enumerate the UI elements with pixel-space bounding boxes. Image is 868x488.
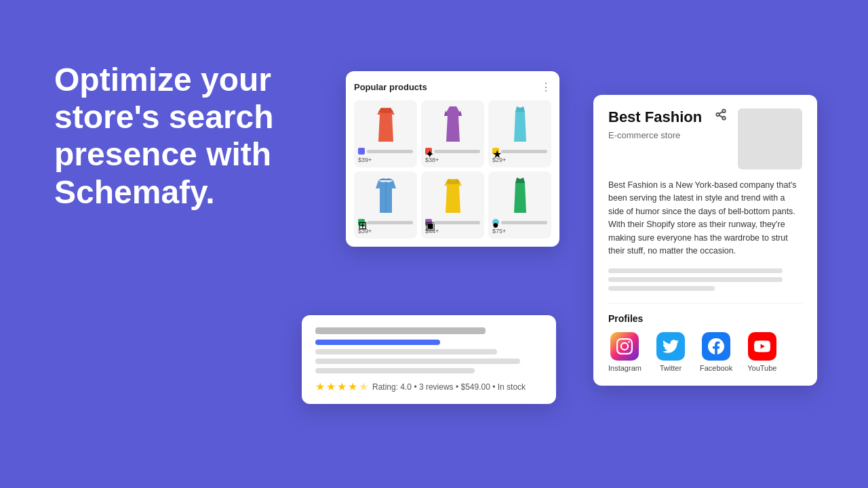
dress-icon: [506, 105, 534, 144]
product-bar: [501, 150, 547, 153]
reviews-count: 3 reviews: [419, 382, 454, 392]
product-bar: [367, 150, 413, 153]
product-color-dot: [358, 148, 365, 155]
search-text-line: [315, 349, 497, 354]
product-image: [370, 176, 401, 216]
business-name: Best Fashion: [608, 108, 702, 126]
youtube-svg: [754, 338, 770, 354]
product-price: $29+: [492, 157, 547, 163]
products-card-title: Popular products: [354, 82, 427, 92]
svg-line-3: [719, 115, 722, 117]
product-meta: ⊞ $39+: [357, 219, 414, 235]
extra-line: [608, 286, 715, 291]
business-type: E-commerce store: [608, 130, 727, 140]
product-bar: [434, 221, 480, 224]
extra-line: [608, 268, 783, 273]
star-3: ★: [337, 380, 347, 393]
dress-icon: [506, 176, 534, 216]
product-image: [505, 104, 536, 145]
profile-instagram[interactable]: Instagram: [608, 332, 642, 372]
search-text-line: [315, 368, 475, 373]
product-item[interactable]: ⊞ $39+: [354, 171, 417, 239]
facebook-icon: [702, 332, 730, 361]
product-meta: ▣ $44+: [424, 219, 481, 235]
product-color-dot: ✦: [425, 148, 432, 155]
product-item[interactable]: ▣ $44+: [421, 171, 484, 239]
product-price: $38+: [425, 157, 480, 163]
svg-line-4: [719, 112, 722, 114]
profile-twitter[interactable]: Twitter: [656, 332, 685, 372]
profiles-title: Profiles: [608, 313, 802, 324]
business-thumbnail: [738, 108, 802, 169]
extra-line: [608, 277, 783, 282]
product-image: [370, 104, 401, 145]
star-1: ★: [315, 380, 325, 393]
product-item[interactable]: ✦ $38+: [421, 100, 484, 167]
product-price: $75+: [492, 228, 547, 235]
product-bar: [501, 221, 547, 224]
product-meta: ● $75+: [491, 219, 549, 235]
products-card-menu-icon[interactable]: ⋮: [540, 81, 551, 94]
product-bar: [367, 221, 413, 224]
product-price: $39+: [358, 228, 413, 235]
youtube-label: YouTube: [747, 364, 776, 372]
instagram-svg: [616, 338, 633, 354]
twitter-label: Twitter: [660, 364, 682, 372]
star-5-half: ★: [359, 380, 368, 393]
profiles-section: Profiles Instagram Twitter: [608, 303, 802, 372]
business-header: Best Fashion: [608, 108, 727, 126]
dress-icon: [372, 105, 400, 144]
business-extra-lines: [608, 268, 802, 291]
product-image: [437, 176, 469, 216]
product-item[interactable]: $39+: [354, 100, 417, 167]
twitter-icon: [656, 332, 685, 361]
product-meta: ✦ $38+: [424, 148, 481, 163]
product-price: $44+: [425, 228, 480, 235]
dress-icon: [439, 105, 467, 144]
business-knowledge-card: Best Fashion E-commerce store Best Fashi…: [593, 95, 817, 386]
coat-icon: [372, 176, 400, 216]
product-item[interactable]: ● $75+: [488, 171, 551, 239]
business-top-row: Best Fashion E-commerce store: [608, 108, 802, 169]
profiles-icons-row: Instagram Twitter Facebook: [608, 332, 802, 372]
dress-icon: [439, 176, 467, 216]
product-item[interactable]: ★ $29+: [488, 100, 551, 167]
profile-facebook[interactable]: Facebook: [700, 332, 732, 372]
instagram-label: Instagram: [608, 364, 642, 372]
products-card: Popular products ⋮ $39+: [346, 71, 559, 247]
search-rating-row: ★ ★ ★ ★ ★ Rating: 4.0 • 3 reviews • $549…: [315, 380, 542, 393]
search-text-line: [315, 359, 520, 364]
product-bar: [434, 150, 480, 153]
facebook-svg: [708, 338, 724, 354]
star-rating: ★ ★ ★ ★ ★: [315, 380, 368, 393]
facebook-label: Facebook: [700, 364, 732, 372]
hero-title: Optimize your store's search presence wi…: [54, 61, 312, 211]
search-link-line: [315, 340, 440, 345]
business-description: Best Fashion is a New York-based company…: [608, 179, 802, 258]
product-meta: ★ $29+: [491, 148, 549, 163]
product-image: [505, 176, 536, 216]
star-4: ★: [348, 380, 357, 393]
share-icon[interactable]: [715, 108, 727, 124]
profile-youtube[interactable]: YouTube: [747, 332, 776, 372]
products-card-header: Popular products ⋮: [354, 81, 551, 94]
instagram-icon: [610, 332, 639, 361]
twitter-svg: [663, 338, 679, 354]
rating-value: Rating: 4.0: [372, 382, 412, 392]
product-price: $39+: [358, 157, 413, 163]
products-grid: $39+ ✦ $38+: [354, 100, 551, 239]
product-meta: $39+: [357, 148, 414, 163]
product-color-dot: ⊞: [358, 219, 365, 226]
product-image: [437, 104, 469, 145]
search-title-line: [315, 327, 486, 334]
youtube-icon: [748, 332, 776, 361]
search-result-card: ★ ★ ★ ★ ★ Rating: 4.0 • 3 reviews • $549…: [302, 315, 556, 404]
search-content-lines: [315, 327, 542, 373]
product-color-dot: ●: [492, 219, 499, 226]
rating-details: Rating: 4.0 • 3 reviews • $549.00 • In s…: [372, 382, 526, 392]
price-value: $549.00: [460, 382, 490, 392]
star-2: ★: [326, 380, 336, 393]
hero-section: Optimize your store's search presence wi…: [54, 61, 312, 211]
business-info: Best Fashion E-commerce store: [608, 108, 727, 169]
product-color-dot: ▣: [425, 219, 432, 226]
